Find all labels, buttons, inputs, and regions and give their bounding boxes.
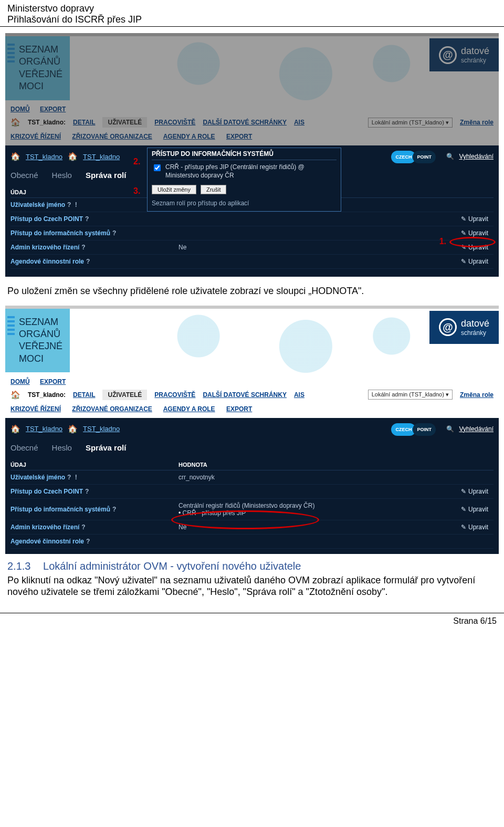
subnav-export[interactable]: EXPORT: [226, 133, 252, 140]
subtab-heslo[interactable]: Heslo: [52, 171, 72, 180]
sovm-logo: SEZNAM ORGÁNŮ VEŘEJNÉ MOCI: [5, 36, 70, 100]
nav-domu[interactable]: DOMŮ: [10, 106, 30, 113]
search-area: 🔍 Vyhledávání: [446, 153, 494, 160]
tab-detail[interactable]: DETAIL: [73, 391, 95, 399]
sovm-logo: SEZNAM ORGÁNŮ VEŘEJNÉ MOCI: [5, 309, 70, 373]
edit-czp[interactable]: ✎Upravit: [461, 488, 488, 495]
subtab-obecne[interactable]: Obecné: [10, 443, 38, 452]
crumb-org1[interactable]: TST_kladno: [26, 425, 62, 433]
screenshot-2: SEZNAM ORGÁNŮ VEŘEJNÉ MOCI @ datové schr…: [5, 306, 499, 554]
search-link[interactable]: Vyhledávání: [459, 425, 494, 433]
home-icon: 🏠: [10, 118, 20, 127]
tab-uzivatele[interactable]: UŽIVATELÉ: [102, 390, 147, 400]
tab-detail[interactable]: DETAIL: [73, 119, 95, 126]
edit-is[interactable]: ✎Upravit: [461, 506, 488, 513]
org-sub-row: KRIZOVÉ ŘÍZENÍ ZŘIZOVANÉ ORGANIZACE AGEN…: [5, 402, 499, 418]
at-icon: @: [439, 46, 457, 64]
subtab-heslo[interactable]: Heslo: [52, 443, 72, 452]
popup-title: PŘÍSTUP DO INFORMAČNÍCH SYSTÉMŮ: [152, 150, 337, 160]
subnav-agendy[interactable]: AGENDY A ROLE: [163, 405, 215, 413]
crumb-org1[interactable]: TST_kladno: [26, 153, 62, 161]
edit-admin[interactable]: ✎Upravit: [461, 524, 488, 531]
search-icon: 🔍: [446, 153, 454, 160]
row-admin: Admin krizového řízení? Ne ✎Upravit: [10, 520, 494, 535]
subtab-sprava-roli[interactable]: Správa rolí: [86, 443, 127, 452]
nav-domu[interactable]: DOMŮ: [10, 378, 30, 385]
admin-role-pill[interactable]: Lokální admin (TST_kladno) ▾: [368, 390, 453, 400]
page-number: Strana 6/15: [453, 616, 497, 625]
cancel-button[interactable]: Zrušit: [201, 185, 227, 194]
doc-footer: Strana 6/15: [0, 613, 504, 629]
edit-czp[interactable]: ✎Upravit: [461, 215, 488, 223]
search-icon: 🔍: [446, 425, 454, 433]
home-icon: 🏠: [10, 390, 20, 400]
row-czechpoint: Přístup do Czech POINT? ✎Upravit: [10, 212, 494, 226]
th-udaj: ÚDAJ: [10, 462, 178, 468]
top-nav: DOMŮ EXPORT: [5, 101, 499, 115]
table-header: ÚDAJ HODNOTA: [10, 459, 494, 470]
info-home-icon: 🏠: [68, 424, 78, 434]
user-detail-panel: 🏠 TST_kladno 🏠 TST_kladno CZECH POINT 🔍 …: [5, 145, 499, 277]
change-role-link[interactable]: Změna role: [460, 119, 494, 126]
role-checkbox-label: CRŘ - přístup přes JIP (Centrální regist…: [165, 163, 337, 180]
tab-pracoviste[interactable]: PRACOVIŠTĚ: [154, 119, 195, 126]
change-role-link[interactable]: Změna role: [460, 391, 494, 399]
home-icon: 🏠: [10, 152, 20, 161]
pencil-icon: ✎: [461, 244, 466, 251]
user-subtabs: Obecné Heslo Správa rolí: [10, 438, 494, 459]
title-bar: [5, 33, 499, 36]
app-banner: SEZNAM ORGÁNŮ VEŘEJNÉ MOCI @ datové schr…: [5, 33, 499, 101]
info-home-icon: 🏠: [68, 152, 78, 161]
subnav-zrizovane[interactable]: ZŘIZOVANÉ ORGANIZACE: [72, 133, 152, 140]
subnav-krizove[interactable]: KRIZOVÉ ŘÍZENÍ: [10, 133, 61, 140]
search-area: 🔍 Vyhledávání: [446, 425, 494, 433]
tab-ais[interactable]: AIS: [294, 119, 304, 126]
nav-export[interactable]: EXPORT: [40, 378, 66, 385]
crumb-org2[interactable]: TST_kladno: [83, 425, 120, 433]
home-icon: 🏠: [10, 424, 20, 434]
role-list-label: Seznam rolí pro přístup do aplikací: [152, 196, 337, 207]
pencil-icon: ✎: [461, 258, 466, 265]
search-link[interactable]: Vyhledávání: [459, 153, 494, 160]
nav-export[interactable]: EXPORT: [40, 106, 66, 113]
tab-dalsi-schranky[interactable]: DALŠÍ DATOVÉ SCHRÁNKY: [203, 119, 287, 126]
subnav-export[interactable]: EXPORT: [226, 405, 252, 413]
subnav-zrizovane[interactable]: ZŘIZOVANÉ ORGANIZACE: [72, 405, 152, 413]
admin-role-pill[interactable]: Lokální admin (TST_kladno) ▾: [368, 118, 453, 128]
save-button[interactable]: Uložit změny: [152, 185, 196, 194]
org-name: TST_kladno:: [28, 391, 66, 399]
czechpoint-logo: CZECH POINT: [391, 151, 436, 163]
subnav-krizove[interactable]: KRIZOVÉ ŘÍZENÍ: [10, 405, 61, 413]
tab-uzivatele[interactable]: UŽIVATELÉ: [102, 117, 147, 128]
org-tab-row: 🏠 TST_kladno: DETAIL UŽIVATELÉ PRACOVIŠT…: [5, 388, 499, 402]
row-username: Uživatelské jméno? ! crr_novotnyk: [10, 470, 494, 485]
crumb-org2[interactable]: TST_kladno: [83, 153, 120, 161]
pencil-icon: ✎: [461, 215, 466, 223]
datove-schranky-badge: @ datové schránky: [429, 38, 499, 71]
datove-schranky-badge: @ datové schránky: [429, 311, 499, 344]
row-is: Přístup do informačních systémů? Centrál…: [10, 499, 494, 520]
org-sub-row: KRIZOVÉ ŘÍZENÍ ZŘIZOVANÉ ORGANIZACE AGEN…: [5, 130, 499, 145]
tab-dalsi-schranky[interactable]: DALŠÍ DATOVÉ SCHRÁNKY: [203, 391, 287, 399]
subnav-agendy[interactable]: AGENDY A ROLE: [163, 133, 215, 140]
row-czechpoint: Přístup do Czech POINT? ✎Upravit: [10, 485, 494, 499]
role-checkbox-crr[interactable]: [154, 164, 161, 171]
pencil-icon: ✎: [461, 488, 466, 495]
tab-pracoviste[interactable]: PRACOVIŠTĚ: [154, 391, 195, 399]
doc-header-line2: Přihlašování do ISCRŘ přes JIP: [7, 14, 497, 25]
subtab-obecne[interactable]: Obecné: [10, 171, 38, 180]
row-agendy: Agendové činnostní role? ✎Upravit: [10, 255, 494, 269]
top-nav: DOMŮ EXPORT: [5, 374, 499, 388]
edit-is[interactable]: ✎Upravit: [461, 229, 488, 237]
doc-header: Ministerstvo dopravy Přihlašování do ISC…: [0, 0, 504, 27]
section-title: Lokální administrátor OVM - vytvoření no…: [43, 560, 301, 572]
row-is-value: Centrální registr řidičů (Ministerstvo d…: [178, 502, 494, 517]
subtab-sprava-roli[interactable]: Správa rolí: [86, 171, 127, 180]
edit-admin[interactable]: ✎Upravit: [461, 244, 488, 251]
pencil-icon: ✎: [461, 506, 466, 513]
tab-ais[interactable]: AIS: [294, 391, 304, 399]
edit-agendy[interactable]: ✎Upravit: [461, 258, 488, 265]
pencil-icon: ✎: [461, 524, 466, 531]
body-text-1: Po uložení změn se všechny přidělené rol…: [0, 283, 504, 299]
section-heading: 2.1.3 Lokální administrátor OVM - vytvoř…: [0, 560, 504, 572]
